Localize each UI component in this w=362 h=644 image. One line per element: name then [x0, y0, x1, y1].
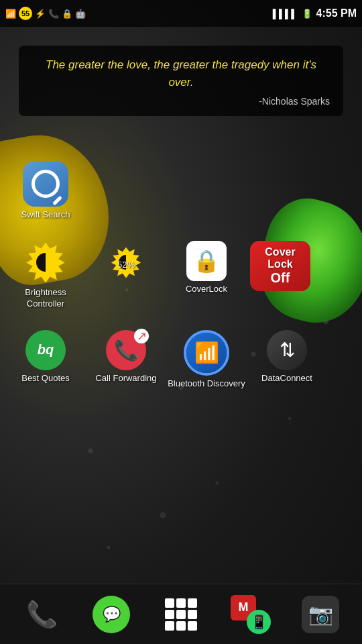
coverlock-label: CoverLock [186, 284, 227, 295]
bluetooth-icon: 📶 [186, 333, 227, 373]
lock-icon: 🔒 [62, 9, 72, 19]
coverlock-app[interactable]: 🔒 CoverLock [166, 241, 247, 295]
android-icon: 🤖 [75, 9, 86, 19]
time-display: 4:55 PM [316, 7, 357, 19]
camera-icon: 📷 [302, 596, 339, 633]
dock: 📞 💬 M 📱 📷 [0, 584, 362, 644]
search-magnifier [32, 170, 60, 198]
phone-icon: 📞 [26, 600, 58, 629]
coverlock-button-top-label: Cover Lock [254, 246, 306, 270]
sim-icon: 📶 [5, 9, 16, 19]
app-row-1: Swift Search [0, 161, 362, 221]
coverlock-button-bottom-label: Off [271, 270, 290, 286]
status-bar: 📶 55 ⚡ 📞 🔒 🤖 ▌▌▌▌ 🔋 4:55 PM [0, 0, 362, 27]
updown-icon: ⇅ [280, 339, 295, 361]
usb-icon: ⚡ [35, 9, 46, 19]
quote-author: -Nicholas Sparks [32, 96, 330, 107]
signal-bars: ▌▌▌▌ [273, 9, 298, 19]
notification-count: 55 [19, 7, 32, 20]
data-connect-icon: ⇅ [267, 330, 307, 370]
dock-phone-icon: 📞 [21, 594, 62, 635]
quote-box: The greater the love, the greater the tr… [19, 46, 343, 116]
brightness-label: Brightness Controller [5, 287, 86, 310]
call-forwarding-app[interactable]: 📞 ↗ Call Forwarding [86, 330, 166, 384]
swift-search-label: Swift Search [21, 209, 70, 221]
best-quotes-icon: bq [25, 330, 66, 370]
brightness-controller-app[interactable]: Brightness Controller [5, 241, 86, 310]
dock-gmail-whatsapp[interactable]: M 📱 [221, 595, 281, 634]
coverlock-button[interactable]: Cover Lock Off [250, 241, 310, 291]
brightness-percent-label: 52% [117, 260, 135, 270]
bluetooth-discovery-app[interactable]: 📶 Bluetooth Discovery [166, 330, 247, 390]
apps-area: Swift Search Brightness Controller [0, 148, 362, 584]
best-quotes-label: Best Quotes [21, 373, 70, 384]
bluetooth-icon-wrapper: 📶 [184, 330, 229, 376]
call-forwarding-label: Call Forwarding [95, 373, 156, 384]
forward-arrow: ↗ [134, 329, 149, 343]
whatsapp-icon: 📱 [247, 610, 271, 634]
data-connect-label: DataConnect [261, 373, 312, 384]
brightness-inner-large [36, 253, 55, 272]
bq-text: bq [38, 342, 54, 358]
bluetooth-label: Bluetooth Discovery [168, 378, 245, 390]
status-left-icons: 📶 55 ⚡ 📞 🔒 🤖 [5, 7, 86, 20]
swift-search-app[interactable]: Swift Search [5, 161, 86, 221]
status-right-icons: ▌▌▌▌ 🔋 4:55 PM [273, 7, 357, 19]
bluetooth-symbol: 📶 [194, 341, 219, 364]
call-icon: 📞 [114, 338, 139, 362]
battery-icon: 🔋 [302, 9, 312, 19]
coverlock-padlock-icon: 🔒 [186, 241, 227, 281]
quote-text: The greater the love, the greater the tr… [32, 56, 330, 91]
dock-gosms[interactable]: 💬 [81, 596, 141, 633]
dock-phone[interactable]: 📞 [11, 594, 72, 635]
gosms-emoji: 💬 [103, 606, 121, 623]
dock-camera[interactable]: 📷 [290, 596, 351, 633]
best-quotes-app[interactable]: bq Best Quotes [5, 330, 86, 384]
brightness-percent-app[interactable]: 52% [86, 241, 166, 284]
swift-search-icon [23, 161, 68, 207]
gosms-icon: 💬 [93, 596, 130, 633]
padlock-emoji: 🔒 [193, 248, 220, 274]
dock-launcher[interactable] [151, 593, 211, 636]
data-connect-app[interactable]: ⇅ DataConnect [247, 330, 327, 384]
brightness-sun-large [25, 242, 66, 282]
coverlock-button-app[interactable]: Cover Lock Off [247, 241, 314, 291]
gmail-whatsapp-icon: M 📱 [231, 595, 271, 634]
app-row-3: bq Best Quotes 📞 ↗ Call Forwarding 📶 Blu… [0, 330, 362, 390]
phone-active-icon: 📞 [48, 9, 59, 19]
grid-icon [160, 593, 202, 636]
camera-emoji: 📷 [308, 602, 333, 626]
call-forwarding-icon: 📞 ↗ [106, 330, 146, 370]
app-row-2: Brightness Controller 52% 🔒 CoverLock [0, 241, 362, 310]
